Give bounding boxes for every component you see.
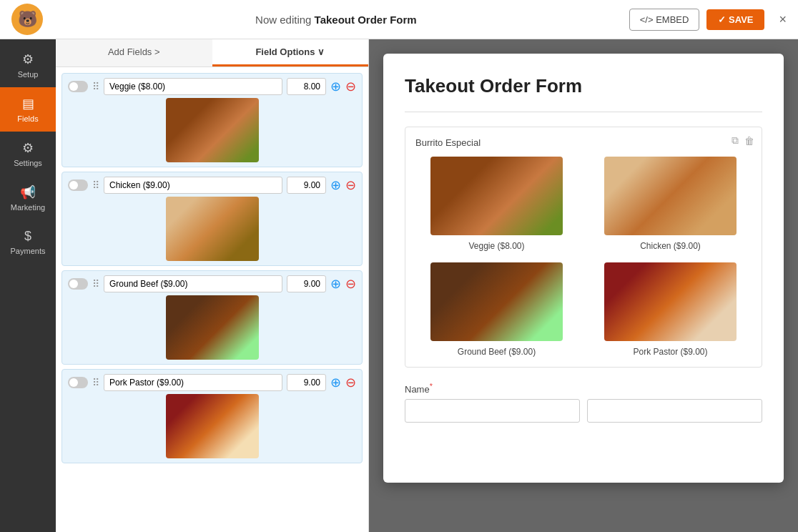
sidebar-item-setup[interactable]: ⚙ Setup	[0, 43, 56, 87]
burrito-image-veggie	[430, 157, 563, 235]
required-indicator: *	[430, 382, 433, 390]
top-bar-actions: </> EMBED ✓ SAVE ×	[629, 9, 787, 31]
burrito-option-label-chicken: Chicken ($9.00)	[640, 241, 701, 251]
burrito-option-chicken[interactable]: Chicken ($9.00)	[589, 157, 752, 251]
burrito-image-chicken	[604, 157, 737, 235]
settings-icon: ⚙	[22, 140, 34, 156]
sidebar-label-marketing: Marketing	[11, 203, 45, 212]
add-button-chicken[interactable]: ⊕	[330, 179, 341, 192]
form-divider	[405, 112, 762, 112]
logo: 🐻	[11, 4, 43, 35]
sidebar-nav: ⚙ Setup ▤ Fields ⚙ Settings 📢 Marketing …	[0, 39, 56, 532]
remove-button-chicken[interactable]: ⊖	[345, 179, 356, 192]
first-name-input[interactable]	[405, 399, 580, 423]
name-inputs	[405, 399, 762, 423]
burrito-option-ground-beef[interactable]: Ground Beef ($9.00)	[415, 262, 578, 357]
toggle-veggie[interactable]	[68, 81, 88, 92]
burrito-label: Burrito Especial	[415, 137, 752, 148]
field-item-row-veggie: ⠿ ⊕ ⊖	[68, 78, 356, 95]
save-button[interactable]: ✓ SAVE	[706, 9, 764, 30]
burrito-option-pork-pastor[interactable]: Pork Pastor ($9.00)	[589, 262, 752, 357]
add-button-pork-pastor[interactable]: ⊕	[330, 376, 341, 389]
field-item-row-pork-pastor: ⠿ ⊕ ⊖	[68, 374, 356, 391]
top-bar: 🐻 Now editing Takeout Order Form </> EMB…	[0, 0, 798, 39]
setup-icon: ⚙	[22, 51, 34, 67]
sidebar-item-settings[interactable]: ⚙ Settings	[0, 132, 56, 176]
name-label: Name*	[405, 382, 762, 395]
burrito-image-ground-beef	[430, 262, 563, 341]
duplicate-button[interactable]: ⧉	[732, 134, 739, 147]
field-price-input-veggie[interactable]	[287, 78, 326, 95]
burrito-image-pork-pastor	[604, 262, 737, 341]
sidebar-label-payments: Payments	[11, 247, 46, 255]
burrito-option-label-pork-pastor: Pork Pastor ($9.00)	[633, 347, 707, 357]
field-price-input-chicken[interactable]	[287, 177, 326, 194]
form-preview-title: Takeout Order Form	[405, 75, 762, 97]
delete-button[interactable]: 🗑	[744, 134, 754, 147]
name-section: Name*	[405, 382, 762, 423]
field-item-chicken: ⠿ ⊕ ⊖	[61, 172, 363, 266]
burrito-option-label-veggie: Veggie ($8.00)	[468, 241, 524, 251]
page-title: Now editing Takeout Order Form	[43, 14, 629, 26]
sidebar-item-marketing[interactable]: 📢 Marketing	[0, 176, 56, 220]
sidebar-item-payments[interactable]: $ Payments	[0, 220, 56, 264]
field-price-input-pork-pastor[interactable]	[287, 374, 326, 391]
sidebar-label-fields: Fields	[17, 114, 38, 123]
field-item-pork-pastor: ⠿ ⊕ ⊖	[61, 369, 363, 463]
burrito-grid: Veggie ($8.00) Chicken ($9.00) Ground Be…	[415, 157, 752, 357]
editing-label: Now editing	[255, 14, 315, 26]
sidebar-label-setup: Setup	[18, 70, 39, 79]
sidebar-label-settings: Settings	[14, 159, 42, 167]
burrito-option-label-ground-beef: Ground Beef ($9.00)	[458, 347, 536, 357]
tab-field-options[interactable]: Field Options ∨	[212, 39, 369, 66]
drag-handle-pork-pastor[interactable]: ⠿	[92, 377, 99, 388]
field-image-chicken	[166, 197, 259, 261]
field-name-input-ground-beef[interactable]	[104, 275, 282, 292]
main-layout: ⚙ Setup ▤ Fields ⚙ Settings 📢 Marketing …	[0, 39, 798, 532]
payments-icon: $	[24, 229, 31, 244]
fields-icon: ▤	[22, 96, 34, 112]
drag-handle-ground-beef[interactable]: ⠿	[92, 278, 99, 290]
burrito-section: Burrito Especial ⧉ 🗑 Veggie ($8.00) Chic…	[405, 127, 762, 368]
form-preview: Takeout Order Form Burrito Especial ⧉ 🗑 …	[383, 54, 784, 483]
logo-bear-icon: 🐻	[11, 4, 43, 35]
sidebar-item-fields[interactable]: ▤ Fields	[0, 87, 56, 132]
field-name-input-veggie[interactable]	[104, 78, 282, 95]
remove-button-veggie[interactable]: ⊖	[345, 80, 356, 93]
fields-panel: Add Fields > Field Options ∨ ⠿ ⊕ ⊖	[56, 39, 369, 532]
field-image-pork-pastor	[166, 394, 259, 458]
field-name-input-pork-pastor[interactable]	[104, 374, 282, 391]
toggle-chicken[interactable]	[68, 179, 88, 191]
remove-button-pork-pastor[interactable]: ⊖	[345, 376, 356, 389]
marketing-icon: 📢	[20, 184, 36, 200]
field-item-row-chicken: ⠿ ⊕ ⊖	[68, 177, 356, 194]
remove-button-ground-beef[interactable]: ⊖	[345, 277, 356, 290]
toggle-pork-pastor[interactable]	[68, 377, 88, 388]
field-name-input-chicken[interactable]	[104, 177, 282, 194]
embed-button[interactable]: </> EMBED	[629, 9, 700, 31]
fields-tabs: Add Fields > Field Options ∨	[56, 39, 368, 67]
field-image-veggie	[166, 98, 259, 162]
field-item-row-ground-beef: ⠿ ⊕ ⊖	[68, 275, 356, 292]
fields-content: ⠿ ⊕ ⊖ ⠿ ⊕ ⊖	[56, 67, 368, 532]
form-name: Takeout Order Form	[315, 14, 417, 26]
field-image-ground-beef	[166, 295, 259, 360]
drag-handle-veggie[interactable]: ⠿	[92, 81, 99, 92]
add-button-ground-beef[interactable]: ⊕	[330, 277, 341, 290]
preview-panel: Takeout Order Form Burrito Especial ⧉ 🗑 …	[369, 39, 798, 532]
burrito-option-veggie[interactable]: Veggie ($8.00)	[415, 157, 578, 251]
toggle-ground-beef[interactable]	[68, 278, 88, 290]
last-name-input[interactable]	[587, 399, 762, 423]
field-price-input-ground-beef[interactable]	[287, 275, 326, 292]
field-item-ground-beef: ⠿ ⊕ ⊖	[61, 270, 363, 365]
burrito-actions: ⧉ 🗑	[732, 134, 754, 147]
add-button-veggie[interactable]: ⊕	[330, 80, 341, 93]
drag-handle-chicken[interactable]: ⠿	[92, 179, 99, 191]
close-button[interactable]: ×	[779, 12, 787, 27]
field-item-veggie: ⠿ ⊕ ⊖	[61, 73, 363, 167]
tab-add-fields[interactable]: Add Fields >	[56, 39, 212, 66]
